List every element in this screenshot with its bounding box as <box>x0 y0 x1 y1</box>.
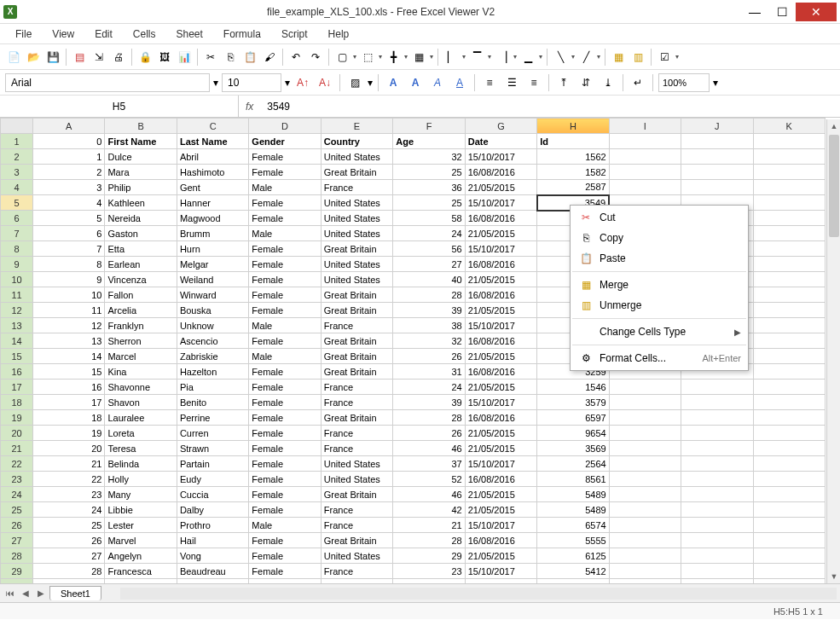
cell[interactable]: Great Britain <box>321 533 392 548</box>
row-header-8[interactable]: 8 <box>1 241 33 257</box>
context-unmerge[interactable]: ▥ Unmerge <box>571 295 748 316</box>
cell[interactable] <box>753 472 825 487</box>
cell[interactable] <box>609 456 681 472</box>
cell[interactable]: 11 <box>33 303 105 318</box>
row-header-3[interactable]: 3 <box>1 165 33 180</box>
cell[interactable]: France <box>321 380 392 395</box>
row-header-29[interactable]: 29 <box>1 564 33 579</box>
cell[interactable]: 16/08/2016 <box>465 472 536 487</box>
cell[interactable] <box>609 518 681 533</box>
col-header-I[interactable]: I <box>609 119 681 134</box>
cell[interactable] <box>753 287 825 303</box>
cell[interactable]: Kina <box>105 364 177 380</box>
cell[interactable]: France <box>321 426 392 441</box>
col-header-B[interactable]: B <box>105 119 177 134</box>
row-header-26[interactable]: 26 <box>1 518 33 533</box>
cell[interactable]: Hashimoto <box>177 165 248 180</box>
cell[interactable] <box>753 349 825 364</box>
cell[interactable]: Shavonne <box>105 380 177 395</box>
fill-color-icon[interactable]: ▨ <box>345 73 364 92</box>
cell[interactable]: 4 <box>33 195 105 211</box>
cell[interactable]: 28 <box>33 564 105 579</box>
cell[interactable]: 2 <box>33 165 105 180</box>
cell[interactable]: Zabriskie <box>177 349 248 364</box>
row-header-10[interactable]: 10 <box>1 272 33 287</box>
cell[interactable]: Hazelton <box>177 364 248 380</box>
cell[interactable]: Great Britain <box>321 349 392 364</box>
row-header-20[interactable]: 20 <box>1 426 33 441</box>
cell[interactable] <box>753 579 825 584</box>
cell[interactable]: 15/10/2017 <box>465 241 536 257</box>
cell[interactable]: France <box>321 564 392 579</box>
cell[interactable]: Garth <box>105 579 177 584</box>
cell[interactable] <box>753 395 825 410</box>
dropdown-arrow-icon[interactable]: ▾ <box>462 53 466 61</box>
cell[interactable]: 8 <box>33 257 105 272</box>
cell[interactable]: United States <box>321 226 392 241</box>
cell[interactable]: 8561 <box>537 472 609 487</box>
border-inside-icon[interactable]: ╋ <box>385 49 402 66</box>
border-bottom-icon[interactable]: ▁ <box>519 49 536 66</box>
cell[interactable]: Country <box>321 134 392 149</box>
cell[interactable]: Lauralee <box>105 410 177 426</box>
row-header-4[interactable]: 4 <box>1 180 33 195</box>
cell[interactable]: Female <box>249 241 321 257</box>
paste-icon[interactable]: 📋 <box>241 49 258 66</box>
cell[interactable]: 3256 <box>537 579 609 584</box>
row-header-1[interactable]: 1 <box>1 134 33 149</box>
dropdown-arrow-icon[interactable]: ▾ <box>513 53 517 61</box>
cell[interactable] <box>609 472 681 487</box>
cell[interactable]: 6574 <box>537 518 609 533</box>
row-header-27[interactable]: 27 <box>1 533 33 548</box>
cell[interactable]: 0 <box>33 134 105 149</box>
scroll-up-icon[interactable]: ▲ <box>827 119 840 133</box>
cell[interactable]: Great Britain <box>321 165 392 180</box>
cell[interactable]: 27 <box>33 548 105 564</box>
cell[interactable]: 9 <box>33 272 105 287</box>
cell[interactable]: Partain <box>177 456 248 472</box>
cell[interactable]: Female <box>249 395 321 410</box>
cell[interactable]: 27 <box>393 257 465 272</box>
cell[interactable]: 15/10/2017 <box>465 456 536 472</box>
cell[interactable]: Date <box>465 134 536 149</box>
underline-icon[interactable]: A <box>450 73 469 92</box>
cell[interactable]: Id <box>537 134 609 149</box>
cell[interactable]: Last Name <box>177 134 248 149</box>
cell[interactable]: France <box>321 180 392 195</box>
cell[interactable]: Male <box>249 226 321 241</box>
cell[interactable]: Franklyn <box>105 318 177 333</box>
tab-nav-prev-icon[interactable]: ◀ <box>19 587 32 600</box>
cell[interactable]: 56 <box>393 241 465 257</box>
cell[interactable] <box>753 441 825 456</box>
cell[interactable]: 24 <box>393 226 465 241</box>
cell[interactable]: Earlean <box>105 257 177 272</box>
cell[interactable] <box>753 195 825 211</box>
vertical-scrollbar[interactable]: ▲ ▼ <box>826 119 840 583</box>
cell[interactable]: 25 <box>393 165 465 180</box>
cell[interactable]: Angelyn <box>105 548 177 564</box>
row-header-24[interactable]: 24 <box>1 487 33 502</box>
cell[interactable]: Hurn <box>177 241 248 257</box>
dropdown-arrow-icon[interactable]: ▾ <box>430 53 433 61</box>
print-icon[interactable]: 🖨 <box>110 49 127 66</box>
col-header-J[interactable]: J <box>681 119 753 134</box>
cell[interactable] <box>609 410 681 426</box>
cell[interactable]: 21/05/2015 <box>465 380 536 395</box>
cell[interactable]: Male <box>249 180 321 195</box>
cell[interactable]: 15/10/2017 <box>465 518 536 533</box>
cell[interactable]: 6125 <box>537 548 609 564</box>
cell[interactable]: 21/05/2015 <box>465 272 536 287</box>
scroll-down-icon[interactable]: ▼ <box>827 570 840 583</box>
row-header-18[interactable]: 18 <box>1 395 33 410</box>
border-outer-icon[interactable]: ▢ <box>333 49 350 66</box>
cell[interactable]: 5 <box>33 211 105 226</box>
cell[interactable]: 3579 <box>537 395 609 410</box>
cell[interactable]: Great Britain <box>321 303 392 318</box>
cell[interactable]: Arcelia <box>105 303 177 318</box>
cell[interactable]: 32 <box>393 149 465 165</box>
cell[interactable]: 10 <box>33 287 105 303</box>
cell[interactable] <box>753 548 825 564</box>
cell[interactable]: 16/08/2016 <box>465 364 536 380</box>
cell[interactable] <box>681 410 753 426</box>
cell[interactable]: Female <box>249 564 321 579</box>
